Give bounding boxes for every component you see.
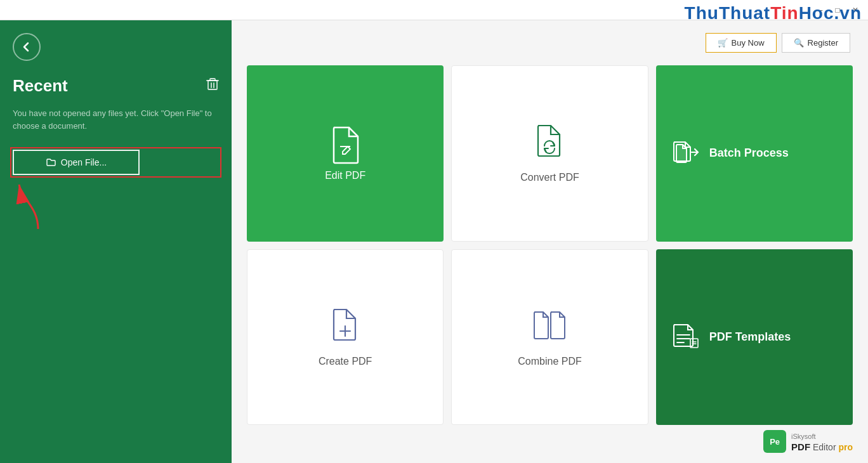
cart-icon: 🛒 (718, 38, 728, 48)
brand-logo: Pe (763, 430, 786, 453)
combine-pdf-card[interactable]: Combine PDF (451, 249, 648, 426)
arrow-annotation (13, 181, 140, 232)
create-pdf-icon (329, 307, 362, 347)
register-label: Register (808, 38, 838, 48)
back-icon (21, 41, 32, 53)
combine-pdf-label: Combine PDF (518, 356, 581, 367)
back-button[interactable] (13, 33, 41, 61)
create-pdf-label: Create PDF (319, 356, 372, 367)
watermark-vn: vn (839, 3, 862, 23)
top-bar: 🛒 Buy Now 🔍 Register (247, 33, 853, 53)
create-pdf-card[interactable]: Create PDF (247, 249, 444, 426)
batch-process-label: Batch Process (709, 147, 789, 160)
cards-grid: Edit PDF Convert PDF (247, 65, 853, 425)
watermark-hoc: Hoc (799, 3, 834, 23)
app-container: Recent You have not opened any files yet… (0, 20, 868, 463)
sidebar: Recent You have not opened any files yet… (0, 20, 232, 463)
edit-pdf-icon (327, 125, 363, 170)
sidebar-empty-text: You have not opened any files yet. Click… (13, 107, 219, 132)
edit-pdf-card[interactable]: Edit PDF (247, 65, 444, 242)
brand-name: iSkysoft PDF Editor pro (791, 430, 853, 453)
main-content: 🛒 Buy Now 🔍 Register E (232, 20, 868, 463)
pdf-templates-label: PDF Templates (709, 330, 791, 344)
annotation-arrow (13, 181, 51, 232)
brand-logo-text: Pe (770, 437, 780, 447)
watermark-dot: . (834, 3, 840, 23)
open-file-icon (46, 157, 56, 167)
watermark-tin: Tin (770, 3, 798, 23)
search-icon: 🔍 (794, 38, 804, 48)
combine-pdf-icon (532, 307, 567, 347)
convert-pdf-card[interactable]: Convert PDF (451, 65, 648, 242)
sidebar-header: Recent (13, 76, 219, 96)
footer-branding: Pe iSkysoft PDF Editor pro (247, 425, 853, 453)
register-button[interactable]: 🔍 Register (782, 33, 850, 53)
svg-rect-0 (208, 81, 217, 89)
watermark: ThuThuatTinHoc.vn (685, 3, 862, 23)
pdf-templates-icon (671, 321, 699, 353)
pdf-templates-card[interactable]: PDF Templates (656, 249, 853, 426)
batch-process-card[interactable]: Batch Process (656, 65, 853, 242)
watermark-thu: Thu (685, 3, 719, 23)
open-file-label: Open File... (61, 157, 107, 167)
edit-pdf-label: Edit PDF (325, 170, 365, 181)
sidebar-title: Recent (13, 76, 68, 96)
watermark-thuat: Thuat (719, 3, 770, 23)
batch-process-icon (671, 137, 699, 169)
convert-pdf-icon (533, 123, 566, 163)
convert-pdf-label: Convert PDF (520, 172, 579, 183)
buy-now-button[interactable]: 🛒 Buy Now (706, 33, 777, 53)
buy-now-label: Buy Now (732, 38, 765, 48)
open-file-button[interactable]: Open File... (13, 150, 140, 175)
trash-button[interactable] (206, 77, 219, 95)
trash-icon (206, 77, 219, 91)
